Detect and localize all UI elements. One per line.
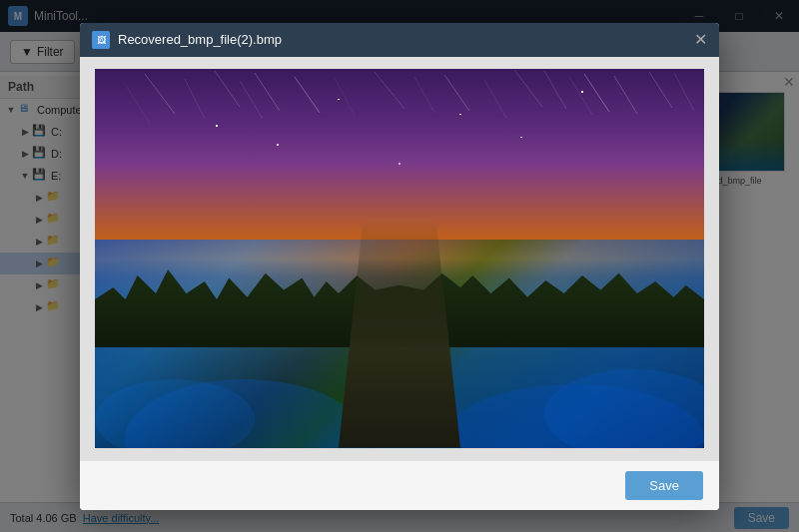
modal-title-group: 🖼 Recovered_bmp_file(2).bmp (92, 31, 282, 49)
modal-close-button[interactable]: ✕ (694, 32, 707, 48)
modal-overlay: 🖼 Recovered_bmp_file(2).bmp ✕ (0, 0, 799, 532)
app-window: M MiniTool... ─ □ ✕ ▼ Filter Path ▼ 🖥 Co… (0, 0, 799, 532)
svg-line-0 (145, 74, 175, 114)
modal-title: Recovered_bmp_file(2).bmp (118, 32, 282, 47)
modal-titlebar: 🖼 Recovered_bmp_file(2).bmp ✕ (80, 23, 719, 57)
svg-line-5 (514, 70, 542, 107)
svg-line-4 (444, 75, 469, 111)
svg-line-13 (674, 73, 694, 111)
modal-save-button[interactable]: Save (625, 471, 703, 500)
svg-line-6 (584, 74, 609, 112)
svg-line-15 (240, 81, 263, 119)
svg-line-8 (185, 79, 205, 119)
star-streaks (95, 69, 704, 259)
svg-line-7 (649, 72, 672, 108)
svg-line-10 (414, 77, 434, 113)
svg-line-18 (569, 77, 592, 115)
svg-point-22 (544, 369, 704, 448)
modal-footer: Save (80, 460, 719, 510)
modal-file-icon: 🖼 (92, 31, 110, 49)
svg-line-16 (335, 78, 355, 116)
svg-line-14 (125, 84, 150, 124)
svg-line-11 (544, 71, 566, 109)
svg-line-3 (375, 72, 404, 109)
preview-modal: 🖼 Recovered_bmp_file(2).bmp ✕ (80, 23, 719, 510)
modal-image (95, 69, 704, 448)
svg-line-9 (255, 73, 280, 111)
svg-line-17 (484, 80, 506, 118)
modal-image-area (80, 57, 719, 460)
svg-line-1 (215, 71, 240, 107)
field-glow (95, 240, 704, 448)
svg-line-2 (295, 77, 320, 113)
svg-line-12 (614, 76, 637, 114)
